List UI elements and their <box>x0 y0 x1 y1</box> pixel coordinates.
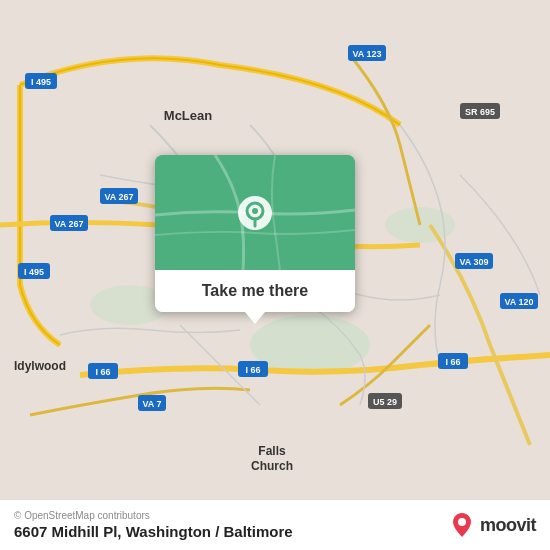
svg-text:I 66: I 66 <box>245 365 260 375</box>
svg-text:VA 309: VA 309 <box>459 257 488 267</box>
svg-text:VA 120: VA 120 <box>504 297 533 307</box>
svg-point-38 <box>458 518 466 526</box>
svg-text:Idylwood: Idylwood <box>14 359 66 373</box>
bottom-bar-left: © OpenStreetMap contributors 6607 Midhil… <box>14 510 293 540</box>
map-container: I 495 VA 123 SR 695 VA 267 VA 267 I 495 … <box>0 0 550 550</box>
svg-text:VA 267: VA 267 <box>54 219 83 229</box>
svg-text:SR 695: SR 695 <box>465 107 495 117</box>
take-me-there-button[interactable]: Take me there <box>155 270 355 312</box>
copyright-text: © OpenStreetMap contributors <box>14 510 293 521</box>
svg-text:VA 7: VA 7 <box>142 399 161 409</box>
address-text: 6607 Midhill Pl, Washington / Baltimore <box>14 523 293 540</box>
callout-map-area <box>155 155 355 270</box>
svg-text:I 66: I 66 <box>95 367 110 377</box>
svg-text:Falls: Falls <box>258 444 286 458</box>
svg-text:VA 123: VA 123 <box>352 49 381 59</box>
map-pin <box>236 194 274 232</box>
moovit-logo: moovit <box>448 511 536 539</box>
bottom-bar: © OpenStreetMap contributors 6607 Midhil… <box>0 499 550 550</box>
svg-text:I 66: I 66 <box>445 357 460 367</box>
svg-text:U5 29: U5 29 <box>373 397 397 407</box>
svg-point-37 <box>252 208 258 214</box>
svg-text:Church: Church <box>251 459 293 473</box>
svg-text:VA 267: VA 267 <box>104 192 133 202</box>
moovit-pin-icon <box>448 511 476 539</box>
svg-text:I 495: I 495 <box>24 267 44 277</box>
callout-popup: Take me there <box>155 155 355 312</box>
svg-text:McLean: McLean <box>164 108 212 123</box>
svg-text:I 495: I 495 <box>31 77 51 87</box>
moovit-wordmark: moovit <box>480 515 536 536</box>
